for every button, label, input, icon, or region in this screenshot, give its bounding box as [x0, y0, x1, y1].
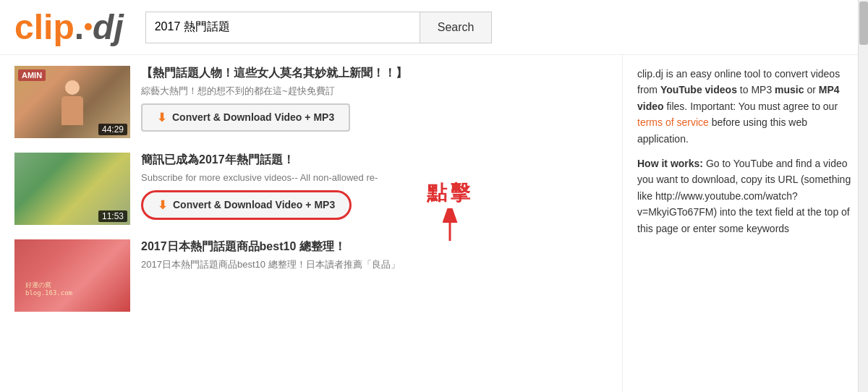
convert-btn-label-2: Convert & Download Video + MP3 [173, 199, 335, 210]
result-desc-3: 2017日本熱門話題商品best10 總整理！日本讀者推薦「良品」 [141, 258, 608, 271]
scrollbar[interactable] [858, 0, 868, 392]
convert-btn-label-1: Convert & Download Video + MP3 [172, 111, 334, 123]
result-item-2: 11:53 簡訊已成為2017年熱門話題！ Subscribe for more… [14, 153, 608, 225]
result-item: AMIN 44:29 【熱門話題人物！這些女人莫名其妙就上新聞！！】 綜藝大熱門… [14, 66, 608, 138]
results-panel: AMIN 44:29 【熱門話題人物！這些女人莫名其妙就上新聞！！】 綜藝大熱門… [0, 55, 622, 392]
logo[interactable]: clip .dj [14, 7, 124, 47]
thumb-watermark-3: 好運の窩blog.163.com [25, 281, 72, 297]
search-container: Search [145, 12, 493, 43]
result-info-3: 2017日本熱門話題商品best10 總整理！ 2017日本熱門話題商品best… [141, 239, 608, 277]
terms-link[interactable]: terms of service [637, 116, 709, 128]
result-info-2: 簡訊已成為2017年熱門話題！ Subscribe for more exclu… [141, 153, 608, 220]
main-content: AMIN 44:29 【熱門話題人物！這些女人莫名其妙就上新聞！！】 綜藝大熱門… [0, 55, 868, 392]
convert-button-2[interactable]: ⬇ Convert & Download Video + MP3 [141, 190, 352, 220]
thumb-duration-2: 11:53 [98, 210, 127, 222]
info-panel: clip.dj is an easy online tool to conver… [622, 55, 868, 392]
scrollbar-thumb[interactable] [859, 1, 868, 45]
thumbnail-2[interactable]: 11:53 [14, 153, 130, 225]
result-desc-1: 綜藝大熱門！想的想不到的都在這~趕快免費訂 [141, 85, 608, 98]
info-paragraph-2: How it works: Go to YouTube and find a v… [637, 155, 854, 237]
download-icon-1: ⬇ [157, 111, 166, 124]
result-info-1: 【熱門話題人物！這些女人莫名其妙就上新聞！！】 綜藝大熱門！想的想不到的都在這~… [141, 66, 608, 132]
how-it-works-label: How it works: [637, 158, 703, 169]
result-desc-2: Subscribe for more exclusive videos-- Al… [141, 171, 608, 184]
search-button[interactable]: Search [420, 12, 493, 43]
result-title-1: 【熱門話題人物！這些女人莫名其妙就上新聞！！】 [141, 66, 608, 81]
thumbnail-1[interactable]: AMIN 44:29 [14, 66, 130, 138]
result-title-2: 簡訊已成為2017年熱門話題！ [141, 153, 608, 168]
logo-dot-dj-text: .dj [75, 7, 124, 47]
convert-button-1[interactable]: ⬇ Convert & Download Video + MP3 [141, 103, 350, 132]
logo-clip-text: clip [14, 7, 75, 47]
thumb-duration-1: 44:29 [98, 124, 127, 135]
thumbnail-3[interactable]: 好運の窩blog.163.com [14, 239, 130, 312]
result-item-3: 好運の窩blog.163.com 2017日本熱門話題商品best10 總整理！… [14, 239, 608, 312]
header: clip .dj Search [0, 0, 868, 55]
download-icon-2: ⬇ [158, 198, 167, 212]
info-paragraph-1: clip.dj is an easy online tool to conver… [637, 66, 854, 147]
search-input[interactable] [145, 12, 420, 43]
thumb-person-1 [51, 80, 94, 138]
result-title-3: 2017日本熱門話題商品best10 總整理！ [141, 239, 608, 255]
thumb-label-1: AMIN [18, 69, 46, 81]
